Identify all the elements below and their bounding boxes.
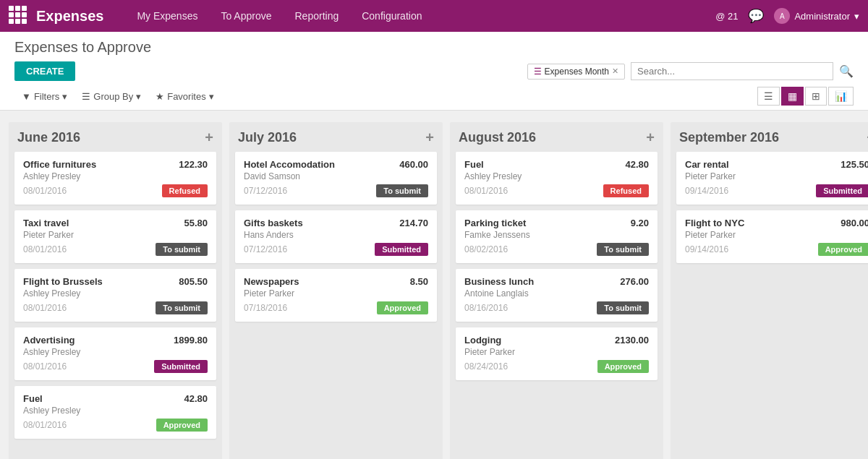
topbar: Expenses My Expenses To Approve Reportin… [0, 0, 868, 32]
card-person: Pieter Parker [685, 230, 868, 240]
status-badge: To submit [597, 301, 649, 314]
kanban-view-button[interactable]: ▦ [781, 87, 804, 106]
table-row[interactable]: Flight to NYC980.00Pieter Parker09/14/20… [676, 210, 868, 263]
card-person: Pieter Parker [685, 171, 868, 181]
status-badge: To submit [597, 243, 649, 256]
card-date: 08/16/2016 [464, 303, 508, 313]
filter-tag-expenses-month[interactable]: ☰ Expenses Month ✕ [527, 64, 625, 80]
card-amount: 1899.80 [174, 335, 208, 346]
table-row[interactable]: Hotel Accomodation460.00David Samson07/1… [235, 152, 437, 205]
card-amount: 2130.00 [615, 335, 649, 346]
status-badge: Submitted [154, 360, 208, 373]
status-badge: To submit [156, 243, 208, 256]
favorites-label: Favorites [167, 91, 205, 102]
favorites-button[interactable]: ★ Favorites ▾ [148, 88, 221, 105]
column-cards-2: Fuel42.80Ashley Presley08/01/2016Refused… [450, 152, 663, 386]
column-cards-3: Car rental125.50Pieter Parker09/14/2016S… [671, 152, 868, 269]
chevron-down-icon: ▾ [62, 91, 67, 102]
card-date: 08/01/2016 [23, 186, 67, 196]
status-badge: Approved [156, 419, 208, 432]
filter-tag-close[interactable]: ✕ [612, 67, 618, 76]
list-view-button[interactable]: ☰ [757, 87, 780, 106]
notification-badge[interactable]: @ 21 [715, 11, 738, 22]
card-person: Famke Jenssens [464, 230, 649, 240]
card-title: Business lunch [464, 276, 534, 287]
create-button[interactable]: CREATE [14, 61, 75, 81]
card-date: 08/01/2016 [23, 420, 67, 430]
kanban-board: June 2016+Office furnitures122.30Ashley … [0, 111, 868, 459]
chat-icon[interactable]: 💬 [748, 8, 764, 24]
card-title: Office furnitures [23, 159, 96, 170]
table-row[interactable]: Fuel42.80Ashley Presley08/01/2016Approve… [14, 386, 216, 439]
user-name: Administrator [794, 11, 850, 22]
chevron-down-icon: ▾ [854, 11, 859, 22]
card-amount: 460.00 [399, 159, 428, 170]
table-row[interactable]: Car rental125.50Pieter Parker09/14/2016S… [676, 152, 868, 205]
apps-icon[interactable] [9, 6, 29, 26]
card-amount: 42.80 [184, 393, 208, 404]
table-row[interactable]: Fuel42.80Ashley Presley08/01/2016Refused [456, 152, 658, 205]
card-person: Pieter Parker [23, 230, 208, 240]
table-row[interactable]: Gifts baskets214.70Hans Anders07/12/2016… [235, 210, 437, 263]
card-amount: 276.00 [620, 276, 649, 287]
star-icon: ★ [156, 91, 164, 102]
search-filter-row: CREATE ☰ Expenses Month ✕ 🔍 [14, 61, 854, 87]
view-controls: ☰ ▦ ⊞ 📊 [757, 87, 854, 106]
card-amount: 122.30 [179, 159, 208, 170]
table-view-button[interactable]: ⊞ [805, 87, 827, 106]
column-title-3: September 2016 [679, 130, 779, 145]
filters-button[interactable]: ▼ Filters ▾ [14, 88, 75, 105]
card-date: 08/02/2016 [464, 244, 508, 254]
card-date: 09/14/2016 [685, 244, 728, 254]
user-menu[interactable]: A Administrator ▾ [774, 8, 859, 24]
column-add-button-0[interactable]: + [205, 129, 213, 146]
card-person: David Samson [244, 171, 428, 181]
card-title: Car rental [685, 159, 729, 170]
column-0: June 2016+Office furnitures122.30Ashley … [9, 122, 222, 459]
nav-configuration[interactable]: Configuration [350, 0, 433, 32]
nav-to-approve[interactable]: To Approve [209, 0, 283, 32]
search-button[interactable]: 🔍 [839, 64, 854, 78]
card-amount: 125.50 [841, 159, 868, 170]
avatar: A [774, 8, 790, 24]
table-row[interactable]: Parking ticket9.20Famke Jenssens08/02/20… [456, 210, 658, 263]
chart-view-button[interactable]: 📊 [828, 87, 854, 106]
status-badge: Refused [603, 184, 649, 197]
card-title: Advertising [23, 335, 75, 346]
status-badge: Refused [162, 184, 208, 197]
card-date: 08/01/2016 [23, 303, 67, 313]
table-row[interactable]: Office furnitures122.30Ashley Presley08/… [14, 152, 216, 205]
groupby-button[interactable]: ☰ Group By ▾ [75, 88, 148, 105]
column-header-2: August 2016+ [450, 122, 663, 152]
card-amount: 55.80 [184, 218, 208, 228]
nav-reporting[interactable]: Reporting [284, 0, 351, 32]
column-header-1: July 2016+ [229, 122, 443, 152]
status-badge: To submit [376, 184, 428, 197]
card-person: Hans Anders [244, 230, 428, 240]
table-row[interactable]: Newspapers8.50Pieter Parker07/18/2016App… [235, 269, 437, 322]
column-3: September 2016+Car rental125.50Pieter Pa… [671, 122, 868, 459]
groupby-label: Group By [93, 91, 133, 102]
table-row[interactable]: Business lunch276.00Antoine Langlais08/1… [456, 269, 658, 322]
card-person: Ashley Presley [23, 406, 208, 416]
table-row[interactable]: Taxi travel55.80Pieter Parker08/01/2016T… [14, 210, 216, 263]
chevron-down-icon: ▾ [209, 91, 214, 102]
card-person: Pieter Parker [464, 347, 649, 357]
card-amount: 980.00 [841, 218, 868, 228]
status-badge: Approved [818, 243, 868, 256]
column-add-button-1[interactable]: + [425, 129, 434, 146]
card-date: 08/24/2016 [464, 361, 508, 372]
search-input[interactable] [631, 62, 833, 80]
table-row[interactable]: Flight to Brussels805.50Ashley Presley08… [14, 269, 216, 322]
chevron-down-icon: ▾ [136, 91, 141, 102]
card-amount: 9.20 [631, 218, 649, 228]
card-person: Ashley Presley [23, 288, 208, 299]
status-badge: Submitted [375, 243, 428, 256]
column-cards-1: Hotel Accomodation460.00David Samson07/1… [229, 152, 443, 327]
nav-my-expenses[interactable]: My Expenses [125, 0, 209, 32]
table-row[interactable]: Lodging2130.00Pieter Parker08/24/2016App… [456, 327, 658, 380]
column-title-2: August 2016 [459, 130, 536, 145]
table-row[interactable]: Advertising1899.80Ashley Presley08/01/20… [14, 327, 216, 380]
column-add-button-2[interactable]: + [646, 129, 655, 146]
card-person: Ashley Presley [23, 347, 208, 357]
